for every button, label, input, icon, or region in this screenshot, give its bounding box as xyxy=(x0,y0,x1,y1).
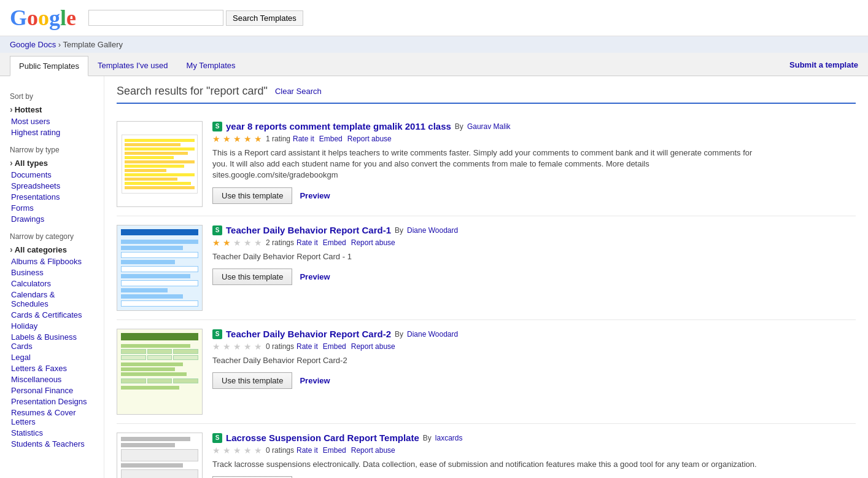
clear-search-link[interactable]: Clear Search xyxy=(275,87,322,96)
embed-link-4[interactable]: Embed xyxy=(323,446,346,455)
breadcrumb-separator: › xyxy=(58,40,63,49)
template-actions-1: Use this template Preview xyxy=(212,187,856,204)
sidebar-cat-calendars[interactable]: Calendars & Schedules xyxy=(10,290,94,308)
template-title-3[interactable]: Teacher Daily Behavior Report Card-2 xyxy=(226,329,391,339)
search-button[interactable]: Search Templates xyxy=(226,10,303,26)
template-type-icon-2: S xyxy=(212,225,222,235)
star3-2: ★ xyxy=(223,342,231,351)
embed-link-3[interactable]: Embed xyxy=(323,342,346,351)
sidebar-sort-most-users[interactable]: Most users xyxy=(10,117,94,126)
template-actions-2: Use this template Preview xyxy=(212,268,856,285)
template-author-2[interactable]: Diane Woodard xyxy=(407,226,458,235)
sidebar-cat-resumes[interactable]: Resumes & Cover Letters xyxy=(10,408,94,426)
template-item: S year 8 reports comment template gmalik… xyxy=(117,112,856,216)
tab-my-templates[interactable]: My Templates xyxy=(177,55,245,76)
star-5: ★ xyxy=(254,134,262,144)
rating-links-3: Rate it Embed Report abuse xyxy=(296,342,395,351)
template-author-3[interactable]: Diane Woodard xyxy=(407,330,458,339)
sidebar-type-spreadsheets[interactable]: Spreadsheets xyxy=(10,181,94,190)
sidebar-sort-hottest[interactable]: Hottest xyxy=(10,104,94,114)
sidebar-cat-business[interactable]: Business xyxy=(10,268,94,277)
rate-it-link-4[interactable]: Rate it xyxy=(296,446,318,455)
rate-it-link-2[interactable]: Rate it xyxy=(296,238,318,247)
embed-link-1[interactable]: Embed xyxy=(319,135,343,143)
embed-link-2[interactable]: Embed xyxy=(323,238,346,247)
sidebar-type-drawings[interactable]: Drawings xyxy=(10,214,94,224)
sidebar-cat-letters[interactable]: Letters & Faxes xyxy=(10,364,94,373)
template-thumbnail-2 xyxy=(117,225,203,311)
breadcrumb-google-docs[interactable]: Google Docs xyxy=(10,40,56,49)
main-layout: Sort by Hottest Most users Highest ratin… xyxy=(0,76,868,478)
preview-link-3[interactable]: Preview xyxy=(300,376,330,385)
sidebar-sort-highest-rating[interactable]: Highest rating xyxy=(10,128,94,137)
star3-1: ★ xyxy=(212,342,220,351)
template-title-row-3: S Teacher Daily Behavior Report Card-2 B… xyxy=(212,329,856,339)
submit-template-link[interactable]: Submit a template xyxy=(789,60,858,69)
sidebar-cat-cards[interactable]: Cards & Certificates xyxy=(10,310,94,319)
sidebar-type-documents[interactable]: Documents xyxy=(10,170,94,179)
template-stars-1: ★ ★ ★ ★ ★ 1 rating Rate it Embed Report … xyxy=(212,134,856,144)
breadcrumb: Google Docs › Template Gallery xyxy=(0,36,868,53)
template-type-icon-1: S xyxy=(212,122,222,131)
star-3: ★ xyxy=(233,134,241,144)
star4-2: ★ xyxy=(223,445,231,455)
report-abuse-link-3[interactable]: Report abuse xyxy=(351,342,395,351)
sidebar-cat-personal-finance[interactable]: Personal Finance xyxy=(10,386,94,395)
template-by-4: By xyxy=(423,434,432,442)
use-template-button-2[interactable]: Use this template xyxy=(212,268,292,285)
template-actions-3: Use this template Preview xyxy=(212,372,856,389)
template-title-4[interactable]: Lacrosse Suspension Card Report Template xyxy=(226,433,419,443)
sidebar-type-presentations[interactable]: Presentations xyxy=(10,192,94,202)
rate-it-link-1[interactable]: Rate it xyxy=(293,135,314,143)
template-title-2[interactable]: Teacher Daily Behavior Report Card-1 xyxy=(226,225,391,235)
template-by-2: By xyxy=(395,226,403,235)
star4-4: ★ xyxy=(244,445,252,455)
tab-templates-ive-used[interactable]: Templates I've used xyxy=(88,55,177,76)
star3-3: ★ xyxy=(233,342,241,351)
template-stars-2: ★ ★ ★ ★ ★ 2 ratings Rate it Embed Report… xyxy=(212,238,856,248)
star4-1: ★ xyxy=(212,445,220,455)
search-input[interactable]: report card xyxy=(88,10,223,26)
sidebar-cat-albums[interactable]: Albums & Flipbooks xyxy=(10,257,94,266)
template-desc-2: Teacher Daily Behavior Report Card - 1 xyxy=(212,251,765,262)
template-author-4[interactable]: laxcards xyxy=(435,434,463,442)
preview-link-2[interactable]: Preview xyxy=(300,272,330,281)
preview-link-1[interactable]: Preview xyxy=(300,191,330,200)
use-template-button-3[interactable]: Use this template xyxy=(212,372,292,389)
report-abuse-link-4[interactable]: Report abuse xyxy=(351,446,395,455)
sidebar-cat-students[interactable]: Students & Teachers xyxy=(10,439,94,449)
template-title-row-2: S Teacher Daily Behavior Report Card-1 B… xyxy=(212,225,856,235)
rate-it-link-3[interactable]: Rate it xyxy=(296,342,318,351)
template-author-1[interactable]: Gaurav Malik xyxy=(467,122,511,131)
report-abuse-link-1[interactable]: Report abuse xyxy=(347,135,392,143)
logo-letter-o1: o xyxy=(27,5,38,31)
logo-letter-g2: g xyxy=(49,5,60,31)
use-template-button-1[interactable]: Use this template xyxy=(212,187,292,204)
sidebar-all-categories[interactable]: All categories xyxy=(10,245,94,254)
template-by-1: By xyxy=(455,122,463,131)
sidebar-all-types[interactable]: All types xyxy=(10,158,94,168)
tab-public-templates[interactable]: Public Templates xyxy=(10,56,88,76)
template-item-3: S Teacher Daily Behavior Report Card-2 B… xyxy=(117,320,856,424)
logo-letter-e: e xyxy=(66,5,76,31)
sidebar-cat-legal[interactable]: Legal xyxy=(10,353,94,362)
template-desc-1: This is a Report card assistant it helps… xyxy=(212,147,765,181)
star-2: ★ xyxy=(223,134,231,144)
template-title-1[interactable]: year 8 reports comment template gmalik 2… xyxy=(226,121,451,131)
sidebar-cat-labels[interactable]: Labels & Business Cards xyxy=(10,332,94,351)
sidebar-cat-misc[interactable]: Miscellaneous xyxy=(10,375,94,384)
template-item-2: S Teacher Daily Behavior Report Card-1 B… xyxy=(117,216,856,320)
sidebar-cat-statistics[interactable]: Statistics xyxy=(10,428,94,437)
star-4: ★ xyxy=(244,134,252,144)
sidebar-cat-calculators[interactable]: Calculators xyxy=(10,279,94,288)
template-stars-4: ★ ★ ★ ★ ★ 0 ratings Rate it Embed Report… xyxy=(212,445,856,455)
star2-2: ★ xyxy=(223,238,231,248)
sidebar-type-forms[interactable]: Forms xyxy=(10,203,94,213)
sidebar-cat-holiday[interactable]: Holiday xyxy=(10,321,94,331)
rating-count-3: 0 ratings xyxy=(266,342,294,351)
star-1: ★ xyxy=(212,134,220,144)
template-title-row-4: S Lacrosse Suspension Card Report Templa… xyxy=(212,433,856,443)
report-abuse-link-2[interactable]: Report abuse xyxy=(351,238,395,247)
sidebar-cat-presentation-designs[interactable]: Presentation Designs xyxy=(10,397,94,406)
star3-4: ★ xyxy=(244,342,252,351)
